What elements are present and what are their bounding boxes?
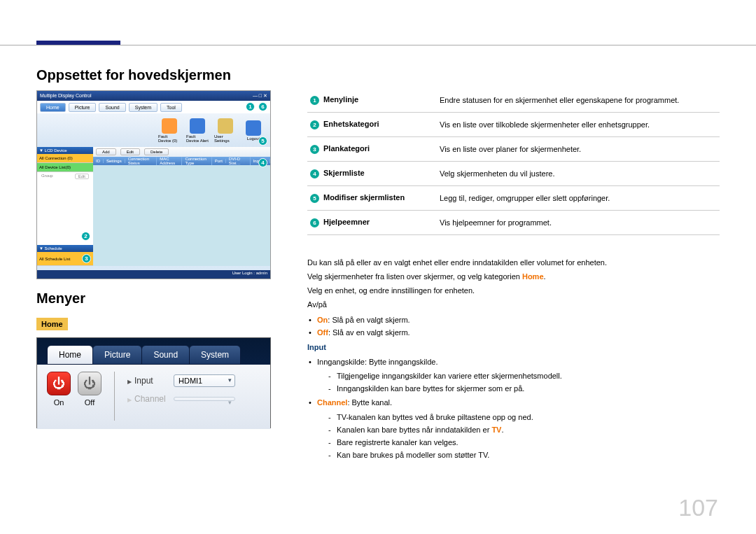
table-header: IDSettingsConnection StatusMAC AddressCo… [93,157,270,165]
description-table: 1MenylinjeEndre statusen for en skjermen… [307,88,720,235]
side-hdr-sched[interactable]: ▼ Schedule [37,245,93,252]
app-menu: Home Picture Sound System Tool 1 6 [37,101,270,113]
menu-home[interactable]: Home [40,103,66,112]
toolbar-fault-device[interactable]: Fault Device (0) [158,116,181,144]
side-group: Group Edit [37,172,93,181]
menyer-heading: Menyer [36,290,271,307]
menu-system[interactable]: System [129,103,158,112]
channel-dropdown[interactable] [174,397,235,401]
table-row: 5Modifiser skjermlistenLegg til, rediger… [307,186,720,211]
power-off-button[interactable]: ⏻ [78,372,102,395]
side-item-sched[interactable]: All Schedule List 3 [37,252,93,266]
app-titlebar: Multiple Display Control — □ ✕ [37,91,270,101]
power-on-button[interactable]: ⏻ [47,372,71,395]
table-row: 4SkjermlisteVelg skjermenheten du vil ju… [307,162,720,186]
app-sidebar: ▼ LCD Device All Connection (0) All Devi… [37,147,93,266]
page-title: Oppsettet for hovedskjermen [36,67,271,83]
menu-picture[interactable]: Picture [69,103,97,112]
table-row: 3PlankategoriVis en liste over planer fo… [307,137,720,162]
toolbar-user-settings[interactable]: User Settings [214,116,237,144]
app-title-text: Multiple Display Control [40,91,92,101]
body-text: Du kan slå på eller av en valgt enhet el… [307,256,720,461]
callout-6: 6 [258,102,267,111]
side-item-alldev[interactable]: All Device List(0) [37,163,93,172]
home-section-label: Home [36,318,68,330]
page-number: 107 [678,494,718,521]
callout-4: 4 [258,158,267,167]
table-row: 1MenylinjeEndre statusen for en skjermen… [307,88,720,113]
delete-button[interactable]: Delete [144,148,169,155]
app-toolbar: Fault Device (0) Fault Device Alert User… [37,113,270,147]
app-screenshot: Multiple Display Control — □ ✕ Home Pict… [36,90,271,279]
tab-system[interactable]: System [189,345,241,365]
input-dropdown[interactable]: HDMI1 [174,374,235,387]
edit-btn[interactable]: Edit [75,174,89,179]
table-row: 6HjelpeemnerVis hjelpeemner for programm… [307,211,720,235]
window-controls: — □ ✕ [253,91,267,101]
menu-tool[interactable]: Tool [160,103,182,112]
home-screenshot: Home Picture Sound System ⏻ ⏻ On Off [36,337,271,428]
app-main: Add Edit Delete 4 IDSettingsConnection S… [93,147,270,266]
side-hdr-lcd[interactable]: ▼ LCD Device [37,147,93,154]
tab-sound[interactable]: Sound [141,345,190,365]
tab-picture[interactable]: Picture [92,345,142,365]
menu-sound[interactable]: Sound [99,103,125,112]
input-label: Input [127,376,168,386]
on-label: On [47,398,71,407]
side-item-allconn[interactable]: All Connection (0) [37,154,93,163]
callout-3: 3 [82,254,91,263]
toolbar-fault-alert[interactable]: Fault Device Alert [186,116,209,144]
callout-2: 2 [81,232,90,241]
tab-home[interactable]: Home [47,345,93,365]
channel-label: Channel [127,394,168,404]
callout-5: 5 [258,136,267,146]
header-rule [0,45,756,45]
add-button[interactable]: Add [96,148,116,155]
divider [114,372,115,421]
edit-button[interactable]: Edit [120,148,140,155]
callout-1: 1 [246,102,255,111]
table-row: 2EnhetskategoriVis en liste over tilkobl… [307,113,720,137]
off-label: Off [78,398,102,407]
status-bar: User Login : admin [37,270,270,279]
